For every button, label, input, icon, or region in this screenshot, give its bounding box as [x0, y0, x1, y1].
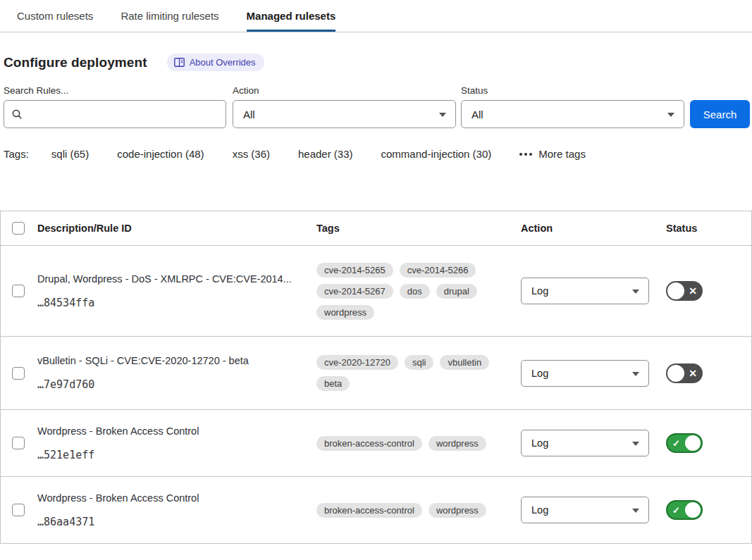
status-filter-label: Status: [461, 85, 690, 96]
chevron-down-icon: [632, 442, 639, 446]
x-icon: ✕: [689, 286, 697, 296]
row-checkbox-cell: [1, 367, 37, 380]
chevron-down-icon: [632, 290, 639, 294]
rule-action-cell: Log: [521, 278, 666, 304]
search-rules-input[interactable]: [28, 108, 218, 120]
rule-tag: vbulletin: [440, 355, 489, 370]
rule-tag: cve-2020-12720: [316, 355, 398, 370]
row-checkbox-cell: [1, 285, 37, 297]
rule-description-cell: Wordpress - Broken Access Control …86aa4…: [37, 492, 316, 528]
table-row: Drupal, Wordpress - DoS - XMLRPC - CVE:C…: [1, 246, 751, 337]
rule-id: …84534ffa: [37, 297, 302, 309]
row-checkbox-cell: [1, 437, 37, 449]
select-all-checkbox[interactable]: [12, 222, 25, 235]
rule-status-cell: ✕ ✓: [666, 433, 751, 453]
chevron-down-icon: [667, 113, 674, 117]
tags-bar: Tags: sqli (65) code-injection (48) xss …: [4, 148, 752, 160]
table-row: Wordpress - Broken Access Control …86aa4…: [1, 477, 751, 544]
row-checkbox[interactable]: [12, 437, 25, 449]
rule-description-cell: Wordpress - Broken Access Control …521e1…: [37, 425, 316, 461]
tab-managed-rulesets[interactable]: Managed rulesets: [247, 0, 336, 32]
toggle-knob: [667, 365, 684, 382]
check-icon: ✓: [672, 506, 680, 515]
table-row: vBulletin - SQLi - CVE:CVE-2020-12720 - …: [1, 337, 751, 410]
rule-action-value: Log: [531, 504, 548, 516]
column-header-description: Description/Rule ID: [37, 223, 316, 234]
toggle-knob: [685, 435, 701, 451]
row-checkbox[interactable]: [12, 285, 25, 297]
rule-action-value: Log: [531, 437, 548, 449]
row-checkbox[interactable]: [12, 367, 25, 380]
tag-filter-header[interactable]: header (33): [298, 148, 353, 160]
about-overrides-badge[interactable]: About Overrides: [167, 54, 264, 71]
more-tags-button[interactable]: More tags: [519, 148, 586, 160]
chevron-down-icon: [632, 372, 639, 376]
tab-custom-rulesets[interactable]: Custom rulesets: [17, 0, 93, 32]
rule-description-cell: vBulletin - SQLi - CVE:CVE-2020-12720 - …: [37, 355, 316, 391]
column-header-action: Action: [521, 223, 666, 234]
rule-status-toggle[interactable]: ✕ ✓: [666, 363, 703, 383]
rule-tags-cell: cve-2020-12720 sqli vbulletin beta: [316, 355, 521, 391]
status-filter-value: All: [471, 108, 483, 120]
check-icon: ✓: [672, 439, 680, 448]
chevron-down-icon: [632, 509, 639, 513]
rule-status-cell: ✕ ✓: [666, 363, 751, 383]
search-rules-label: Search Rules...: [4, 85, 233, 96]
x-icon: ✕: [689, 368, 697, 378]
rule-tag: cve-2014-5266: [400, 263, 476, 278]
rule-tag: cve-2014-5267: [316, 284, 393, 299]
rule-tag: wordpress: [316, 305, 374, 320]
book-icon: [174, 58, 185, 67]
tags-bar-label: Tags:: [4, 148, 29, 160]
rule-tag: broken-access-control: [316, 436, 422, 451]
row-checkbox-cell: [1, 504, 37, 516]
header-checkbox-cell: [1, 222, 37, 235]
search-button[interactable]: Search: [690, 100, 750, 128]
rule-tags-cell: cve-2014-5265 cve-2014-5266 cve-2014-526…: [316, 263, 521, 320]
managed-rules-table: Description/Rule ID Tags Action Status D…: [0, 211, 752, 544]
rule-action-cell: Log: [521, 430, 666, 456]
table-header-row: Description/Rule ID Tags Action Status: [1, 211, 751, 246]
tab-bar: Custom rulesets Rate limiting rulesets M…: [0, 0, 752, 32]
table-row: Wordpress - Broken Access Control …521e1…: [1, 410, 751, 477]
chevron-down-icon: [439, 113, 446, 117]
rule-status-toggle[interactable]: ✕ ✓: [666, 281, 703, 301]
rule-id: …521e1eff: [37, 449, 302, 461]
rule-description: Drupal, Wordpress - DoS - XMLRPC - CVE:C…: [37, 273, 302, 285]
action-filter-group: Action All: [233, 85, 461, 128]
tag-filter-xss[interactable]: xss (36): [233, 148, 270, 160]
search-rules-group: Search Rules...: [4, 85, 233, 128]
rule-action-select[interactable]: Log: [521, 278, 649, 304]
rule-tag: dos: [400, 284, 430, 299]
rule-tag: wordpress: [429, 436, 486, 451]
search-icon: [11, 108, 23, 120]
rule-action-value: Log: [531, 285, 548, 297]
action-filter-select[interactable]: All: [233, 100, 456, 128]
filters-row: Search Rules... Action All Status All Se…: [4, 85, 752, 128]
rule-status-toggle[interactable]: ✕ ✓: [666, 500, 703, 520]
rule-action-select[interactable]: Log: [521, 360, 649, 387]
tab-rate-limiting-rulesets[interactable]: Rate limiting rulesets: [121, 0, 218, 32]
rule-description: Wordpress - Broken Access Control: [37, 492, 302, 504]
status-filter-select[interactable]: All: [461, 100, 684, 128]
rule-action-value: Log: [531, 368, 548, 379]
tag-filter-sqli[interactable]: sqli (65): [51, 148, 89, 160]
tag-filter-command-injection[interactable]: command-injection (30): [381, 148, 492, 160]
rule-action-select[interactable]: Log: [521, 430, 649, 456]
rule-tag: broken-access-control: [316, 503, 422, 518]
rule-tag: drupal: [436, 284, 477, 299]
search-rules-box: [4, 100, 226, 128]
tag-filter-code-injection[interactable]: code-injection (48): [117, 148, 204, 160]
status-filter-group: Status All: [461, 85, 690, 128]
rule-tag: cve-2014-5265: [316, 263, 393, 278]
row-checkbox[interactable]: [12, 504, 25, 516]
rule-status-cell: ✕ ✓: [666, 500, 751, 520]
rule-action-select[interactable]: Log: [521, 497, 649, 523]
rule-status-toggle[interactable]: ✕ ✓: [666, 433, 703, 453]
toggle-knob: [667, 282, 684, 299]
column-header-tags: Tags: [316, 223, 521, 234]
column-header-status: Status: [666, 223, 751, 234]
rule-description: vBulletin - SQLi - CVE:CVE-2020-12720 - …: [37, 355, 302, 366]
ellipsis-icon: [519, 153, 532, 156]
about-overrides-label: About Overrides: [190, 57, 256, 68]
